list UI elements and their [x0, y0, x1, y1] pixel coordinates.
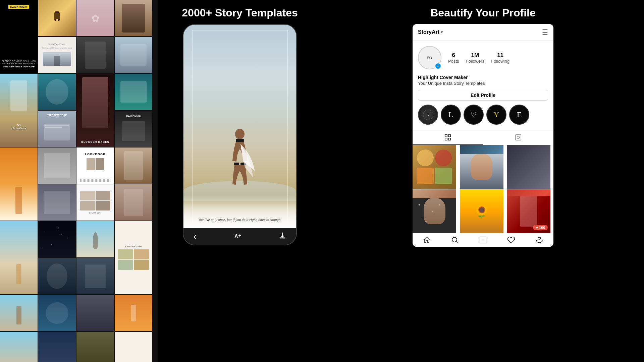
- svg-rect-0: [54, 12, 60, 19]
- phone-screen: You live only once, but if you do it rig…: [183, 25, 296, 228]
- center-panel: 2000+ Story Templates: [158, 0, 322, 362]
- tile-sunset-blank[interactable]: [0, 147, 38, 221]
- tile-storyart-label[interactable]: STORY ART: [76, 184, 114, 221]
- posts-stat: 6 Posts: [448, 52, 459, 64]
- grid-photo-5[interactable]: 🌻: [460, 189, 503, 233]
- svg-rect-12: [448, 135, 450, 137]
- tile-extra4[interactable]: [115, 295, 152, 331]
- tile-black-friday[interactable]: BLACK FRIDAY BLENDS OF YOUR SOUL, YOU MA…: [0, 0, 38, 73]
- highlight-item-5[interactable]: E: [509, 105, 529, 125]
- tile-blogger-label: BLOGGER BABES: [81, 140, 109, 143]
- tile-blackstag-label: BLACKSTAG: [126, 115, 141, 117]
- instagram-profile-mockup: StoryArt ▾ ☰ ∞ + 6 Posts 1M Followers: [413, 24, 553, 247]
- svg-rect-11: [445, 135, 447, 137]
- insta-profile-row: ∞ + 6 Posts 1M Followers 11 Following: [413, 41, 553, 75]
- tile-home-beautiful[interactable]: BEAUTIFUL LIFE this is a possible place …: [38, 37, 76, 73]
- tile-city1[interactable]: [115, 37, 152, 73]
- tile-arch2[interactable]: [38, 184, 76, 221]
- insta-topbar: StoryArt ▾ ☰: [413, 24, 553, 41]
- chevron-down-icon: ▾: [441, 30, 443, 35]
- right-panel: Beautify Your Profile StoryArt ▾ ☰ ∞ + 6…: [322, 0, 644, 362]
- followers-stat: 1M Followers: [466, 52, 485, 64]
- svg-rect-1: [55, 11, 59, 13]
- svg-rect-13: [445, 138, 447, 140]
- right-title: Beautify Your Profile: [424, 3, 542, 24]
- phone-toolbar: ‹ A⁺: [183, 228, 296, 245]
- tile-pool[interactable]: [115, 74, 152, 110]
- tile-take-new-york[interactable]: TAKE NEW YORK: [38, 111, 76, 147]
- nav-profile[interactable]: [525, 236, 553, 244]
- tile-lookbook-label: LOOKBOOK: [85, 153, 106, 156]
- menu-icon[interactable]: ☰: [542, 28, 548, 36]
- tile-jump[interactable]: [76, 221, 114, 257]
- tile-storyart-text: STORY ART: [89, 212, 102, 214]
- svg-point-3: [58, 19, 60, 21]
- svg-rect-14: [448, 138, 450, 140]
- tile-beach[interactable]: [0, 221, 38, 294]
- tile-arch[interactable]: [38, 147, 76, 184]
- tile-take-ny-label: TAKE NEW YORK: [47, 114, 67, 116]
- bf-badge: BLACK FRIDAY: [8, 5, 29, 9]
- svg-point-4: [235, 129, 245, 139]
- tile-extra8[interactable]: [115, 332, 152, 362]
- tile-no-hesitations[interactable]: No Hesitations: [0, 74, 38, 147]
- tab-tagged[interactable]: [483, 130, 553, 145]
- tile-extra1[interactable]: [0, 295, 38, 331]
- tile-extra3[interactable]: [76, 295, 114, 331]
- tile-blackstag[interactable]: BLACKSTAG: [115, 111, 152, 147]
- nav-add[interactable]: [469, 236, 497, 244]
- highlight-item-1[interactable]: ⟳: [418, 105, 438, 125]
- grid-photo-6[interactable]: ♥ 100: [507, 189, 550, 233]
- story-image-area: You live only once, but if you do it rig…: [183, 25, 296, 228]
- tile-fashion2[interactable]: [115, 184, 152, 221]
- tab-grid[interactable]: [413, 130, 483, 145]
- grid-photo-1[interactable]: [413, 145, 456, 189]
- tile-extra7[interactable]: [76, 332, 114, 362]
- nav-home[interactable]: [413, 236, 441, 244]
- bottom-navigation: [413, 233, 553, 247]
- download-button[interactable]: [279, 232, 286, 241]
- highlight-item-3[interactable]: ♡: [464, 105, 484, 125]
- tile-luggage[interactable]: [38, 0, 76, 36]
- svg-point-2: [54, 19, 56, 21]
- grid-photo-4[interactable]: [413, 189, 456, 233]
- tile-leisure[interactable]: LEISURE TIME: [115, 221, 152, 294]
- add-story-button[interactable]: +: [435, 63, 441, 69]
- tile-lookbook[interactable]: LOOKBOOK: [76, 147, 114, 184]
- nav-search[interactable]: [441, 236, 469, 244]
- tile-portrait-man[interactable]: [115, 0, 152, 36]
- tile-blogger-babes[interactable]: BLOGGER BABES: [76, 74, 114, 147]
- tile-extra5[interactable]: [0, 332, 38, 362]
- highlight-item-2[interactable]: L: [441, 105, 461, 125]
- tile-no-hesitations-text: No Hesitations: [9, 123, 28, 130]
- tile-extra2[interactable]: [38, 295, 76, 331]
- svg-rect-6: [234, 163, 239, 165]
- story-highlights: ⟳ L ♡ Y E: [413, 105, 553, 130]
- tile-portrait3[interactable]: [38, 258, 76, 294]
- tile-flowers[interactable]: ✿: [76, 0, 114, 36]
- tile-leisure-label: LEISURE TIME: [125, 245, 142, 248]
- edit-profile-button[interactable]: Edit Profile: [418, 90, 548, 101]
- following-stat: 11 Following: [491, 52, 509, 64]
- tile-teal[interactable]: [38, 74, 76, 110]
- grid-photo-2[interactable]: [460, 145, 503, 189]
- tile-fashion1[interactable]: [115, 147, 152, 184]
- svg-rect-15: [516, 135, 521, 140]
- bf-sale: 50% OFF SALE 50% OFF: [3, 65, 35, 68]
- tile-extra6[interactable]: [38, 332, 76, 362]
- tile-portrait4[interactable]: [76, 258, 114, 294]
- nav-heart[interactable]: [497, 236, 525, 244]
- grid-photo-3[interactable]: [507, 145, 550, 189]
- profile-avatar: ∞ +: [418, 46, 441, 69]
- bio-name: Highlight Cover Maker: [418, 75, 548, 80]
- font-button[interactable]: A⁺: [234, 233, 241, 240]
- profile-bio: Highlight Cover Maker Your Unique Insta …: [413, 75, 553, 90]
- svg-rect-5: [236, 139, 244, 142]
- like-badge: ♥ 100: [533, 225, 548, 230]
- back-button[interactable]: ‹: [194, 231, 197, 242]
- tile-dark-portrait1[interactable]: [76, 37, 114, 73]
- tile-stars[interactable]: [38, 221, 76, 257]
- center-title: 2000+ Story Templates: [175, 0, 304, 24]
- profile-photo-grid: 🌻 ♥ 100: [413, 145, 553, 233]
- highlight-item-4[interactable]: Y: [486, 105, 506, 125]
